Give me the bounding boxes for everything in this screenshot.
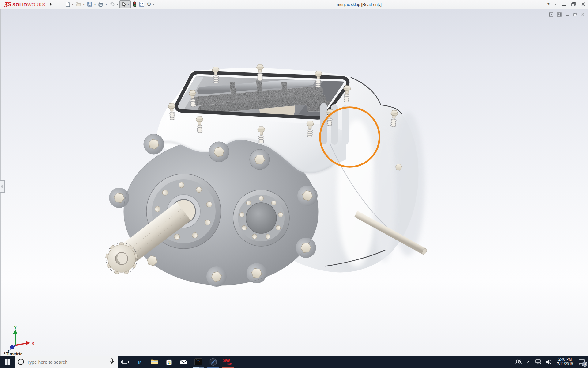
network-icon[interactable] <box>535 358 542 365</box>
options-dropdown[interactable] <box>153 3 154 6</box>
open-dropdown[interactable] <box>83 3 85 6</box>
screen: Y X Z *Dimetric ƷS SOLIDWORKS <box>0 0 588 368</box>
close-button[interactable] <box>581 2 586 7</box>
restore-button[interactable] <box>571 2 576 7</box>
file-properties-button[interactable] <box>138 1 145 8</box>
rebuild-button[interactable] <box>131 0 138 8</box>
triad-y-label: Y <box>14 325 17 330</box>
solidworks-logo: ƷS SOLIDWORKS <box>4 1 45 8</box>
document-window-controls <box>549 12 585 17</box>
select-dropdown[interactable] <box>127 3 129 6</box>
doc-restore-button[interactable] <box>573 12 577 17</box>
undo-dropdown[interactable] <box>117 3 118 6</box>
notification-badge: 3 <box>582 362 587 367</box>
hexagon-app-icon[interactable] <box>206 356 221 368</box>
mail-icon[interactable] <box>176 356 191 368</box>
new-dropdown[interactable] <box>72 3 74 6</box>
help-button[interactable]: ? <box>547 2 550 7</box>
tray-date: 7/11/2018 <box>556 362 575 366</box>
gear-icon <box>147 2 151 7</box>
print-button[interactable] <box>97 1 104 8</box>
window-title: menjac sklop [Read-only] <box>337 0 382 9</box>
tab-dot-icon <box>1 185 3 188</box>
options-gear-button[interactable] <box>146 1 152 8</box>
task-view-button[interactable] <box>118 356 132 368</box>
menu-flyout-icon[interactable] <box>50 3 52 6</box>
doc-close-button[interactable] <box>581 12 585 17</box>
microphone-icon[interactable] <box>109 358 115 367</box>
svg-text:e: e <box>138 357 141 366</box>
svg-text:2017: 2017 <box>227 363 232 366</box>
open-button[interactable] <box>75 1 82 8</box>
people-icon[interactable] <box>514 358 522 366</box>
search-input[interactable] <box>26 359 104 365</box>
chevron-up-icon[interactable] <box>526 359 532 365</box>
system-tray: 2:40 PM 7/11/2018 3 <box>514 356 588 368</box>
new-document-button[interactable] <box>64 1 71 8</box>
taskbar-search[interactable] <box>15 356 118 368</box>
edge-icon[interactable]: e <box>132 356 147 368</box>
quick-toolbar <box>64 0 155 8</box>
titlebar: ƷS SOLIDWORKS menjac sklop [Read-only] ? <box>0 0 588 9</box>
windows-logo-icon <box>4 358 11 365</box>
tray-time: 2:40 PM <box>556 357 575 362</box>
store-icon[interactable] <box>162 356 176 368</box>
windows-taskbar: e C:\_ SWSW2017 2:40 PM 7/11/2018 3 <box>0 356 588 368</box>
svg-text:SW: SW <box>223 358 230 363</box>
ds-mark-icon: ƷS <box>4 1 11 8</box>
print-dropdown[interactable] <box>105 3 107 6</box>
solidworks-2017-icon[interactable]: SWSW2017 <box>221 356 235 368</box>
select-tool-button[interactable] <box>119 0 131 8</box>
volume-icon[interactable] <box>545 358 552 365</box>
undo-button[interactable] <box>108 1 116 8</box>
cortana-circle-icon[interactable] <box>18 359 24 365</box>
model-canvas[interactable]: Y X Z <box>0 0 588 368</box>
save-button[interactable] <box>86 1 93 8</box>
start-button[interactable] <box>0 356 15 368</box>
feature-tree-collapsed-tab[interactable] <box>0 180 5 193</box>
file-explorer-icon[interactable] <box>147 356 162 368</box>
pane-left-icon[interactable] <box>549 12 554 17</box>
help-dropdown[interactable] <box>555 3 556 6</box>
svg-text:C:\_: C:\_ <box>196 359 201 362</box>
graphics-area[interactable]: Y X Z *Dimetric <box>0 9 588 356</box>
pane-right-icon[interactable] <box>557 12 562 17</box>
orientation-triad: Y X Z <box>7 325 34 353</box>
action-center-icon[interactable]: 3 <box>578 358 586 366</box>
minimize-button[interactable] <box>562 2 567 7</box>
save-dropdown[interactable] <box>94 3 96 6</box>
clock[interactable]: 2:40 PM 7/11/2018 <box>556 357 575 366</box>
triad-x-label: X <box>32 342 34 345</box>
command-prompt-icon[interactable]: C:\_ <box>191 356 206 368</box>
doc-minimize-button[interactable] <box>565 12 570 17</box>
cover-boss <box>233 190 289 246</box>
